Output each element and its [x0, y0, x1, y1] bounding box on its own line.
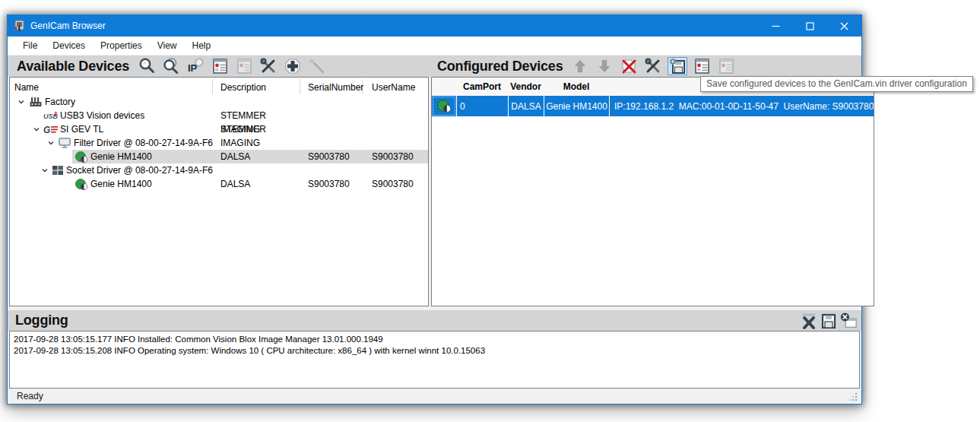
driver-settings-icon[interactable]	[258, 57, 278, 75]
camera-icon	[74, 177, 89, 191]
minimize-button[interactable]	[759, 15, 793, 36]
save-configuration-icon[interactable]	[668, 57, 687, 75]
titlebar: GenICam Browser	[8, 15, 861, 36]
column-vendor[interactable]: Vendor	[508, 81, 544, 92]
device-properties-icon[interactable]	[692, 57, 712, 75]
tree-row-label: Genie HM1400	[89, 177, 152, 191]
close-button[interactable]	[827, 15, 861, 36]
app-icon	[14, 20, 26, 32]
svg-text:IP: IP	[188, 62, 198, 74]
factory-icon	[28, 95, 43, 109]
chevron-down-icon[interactable]	[44, 136, 58, 150]
device-properties-icon[interactable]	[210, 57, 230, 75]
log-line: 2017-09-28 13:05:15.177 INFO Installed: …	[14, 334, 855, 345]
filter-driver-icon	[58, 136, 73, 150]
maximize-button[interactable]	[793, 15, 827, 36]
column-description[interactable]: Description	[213, 79, 300, 94]
camera-icon	[432, 96, 456, 116]
configured-devices-panel: Configured Devices	[431, 56, 874, 306]
search-devices-icon[interactable]	[137, 57, 157, 75]
logging-panel-header: Logging	[8, 310, 861, 331]
available-table-header: Name Description SerialNumber UserName	[10, 78, 428, 95]
menu-view[interactable]: View	[150, 36, 185, 56]
resize-grip[interactable]	[848, 392, 858, 402]
tree-row-label: Socket Driver @ 08-00-27-14-9A-F6	[65, 163, 213, 177]
column-model[interactable]: Model	[544, 81, 609, 92]
chevron-down-icon[interactable]	[30, 122, 43, 136]
menu-properties[interactable]: Properties	[93, 36, 150, 56]
column-serialnumber[interactable]: SerialNumber	[300, 79, 363, 94]
close-logging-icon[interactable]	[839, 312, 858, 330]
column-name[interactable]: Name	[10, 79, 213, 94]
available-devices-panel: Available Devices IP	[9, 56, 429, 306]
force-ip-icon[interactable]: IP	[186, 57, 205, 75]
interface-properties-icon[interactable]	[234, 57, 254, 75]
save-log-icon[interactable]	[819, 312, 839, 330]
configuration-wizard-icon[interactable]	[307, 57, 327, 75]
remove-device-icon[interactable]	[619, 57, 639, 75]
menu-devices[interactable]: Devices	[45, 36, 93, 56]
tree-row-label: USB3 Vision devices	[59, 109, 144, 122]
move-down-icon[interactable]	[595, 57, 614, 75]
save-configuration-tooltip: Save configured devices to the GenICam.v…	[700, 76, 973, 92]
menu-help[interactable]: Help	[185, 36, 219, 56]
tree-row-socket-driver[interactable]: Socket Driver @ 08-00-27-14-9A-F6	[10, 163, 428, 177]
window-title: GenICam Browser	[30, 21, 106, 31]
configured-device-row[interactable]: 0 DALSA Genie HM1400 IP:192.168.1.2 MAC:…	[432, 96, 874, 116]
column-camport[interactable]: CamPort	[456, 81, 508, 92]
tree-row-gevtl[interactable]: G SI GEV TL STEMMER IMAGING	[10, 122, 428, 136]
socket-driver-icon	[51, 163, 65, 177]
log-output[interactable]: 2017-09-28 13:05:15.177 INFO Installed: …	[9, 331, 860, 389]
chevron-down-icon[interactable]	[14, 95, 28, 109]
column-username[interactable]: UserName	[363, 79, 428, 94]
logging-title: Logging	[15, 313, 799, 328]
clear-log-icon[interactable]	[799, 312, 819, 330]
tree-row-genie-filter[interactable]: Genie HM1400 DALSA S9003780 S9003780	[10, 150, 428, 163]
available-devices-title: Available Devices	[17, 59, 132, 75]
app-window: GenICam Browser File Devices Properties …	[7, 14, 862, 405]
tree-row-filter-driver[interactable]: Filter Driver @ 08-00-27-14-9A-F6	[10, 136, 428, 150]
move-up-icon[interactable]	[570, 57, 590, 75]
tree-row-usb3[interactable]: USB3 USB3 Vision devices STEMMER IMAGING	[10, 109, 428, 122]
driver-settings-icon[interactable]	[643, 57, 663, 75]
camera-icon	[74, 150, 89, 163]
tree-row-label: Filter Driver @ 08-00-27-14-9A-F6	[72, 136, 213, 150]
menu-file[interactable]: File	[15, 36, 45, 56]
search-all-interfaces-icon[interactable]	[161, 57, 181, 75]
gigevision-icon: G	[43, 122, 59, 136]
tree-row-factory[interactable]: Factory	[10, 95, 428, 109]
tree-row-label: Genie HM1400	[89, 150, 152, 163]
chevron-down-icon[interactable]	[40, 163, 51, 177]
available-devices-table: Name Description SerialNumber UserName F…	[9, 77, 429, 306]
configured-devices-table: CamPort Vendor Model 0 DALSA Genie HM140…	[431, 77, 874, 306]
configured-devices-title: Configured Devices	[437, 59, 566, 75]
tree-row-label: SI GEV TL	[59, 122, 103, 136]
tree-row-label: Factory	[43, 95, 75, 109]
add-device-icon[interactable]	[283, 57, 303, 75]
svg-text:3: 3	[54, 110, 58, 117]
usb3-icon: USB3	[43, 109, 59, 122]
svg-text:G: G	[43, 125, 50, 135]
tree-row-genie-socket[interactable]: Genie HM1400 DALSA S9003780 S9003780	[10, 177, 428, 191]
interface-properties-icon[interactable]	[716, 57, 736, 75]
status-text: Ready	[17, 391, 43, 401]
log-line: 2017-09-28 13:05:15.208 INFO Operating s…	[14, 345, 855, 357]
menubar: File Devices Properties View Help	[8, 36, 861, 56]
statusbar: Ready	[8, 389, 861, 404]
